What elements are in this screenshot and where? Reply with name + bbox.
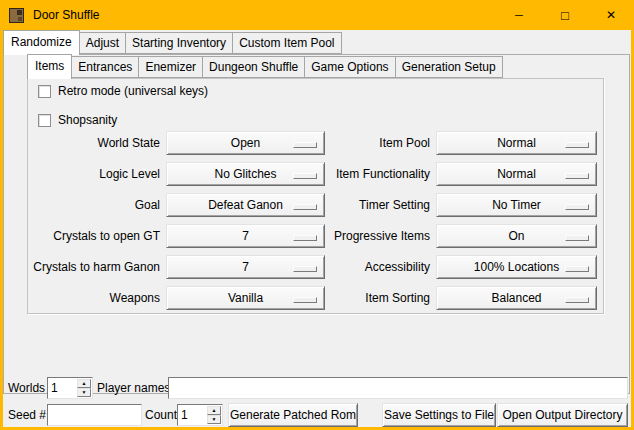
tab-enemizer[interactable]: Enemizer bbox=[139, 56, 203, 78]
minimize-button[interactable]: ─ bbox=[496, 0, 542, 30]
crystals-harm-ganon-label: Crystals to harm Ganon bbox=[27, 255, 160, 279]
close-icon: ✕ bbox=[606, 8, 616, 22]
item-pool-dropdown[interactable]: Normal bbox=[436, 131, 597, 155]
tab-custom-item-pool[interactable]: Custom Item Pool bbox=[233, 32, 341, 54]
tab-randomize[interactable]: Randomize bbox=[3, 30, 80, 55]
spin-up-icon[interactable]: ▲ bbox=[207, 406, 221, 415]
seed-label: Seed # bbox=[8, 404, 46, 426]
main-tab-bar: Randomize Adjust Starting Inventory Cust… bbox=[3, 32, 342, 55]
world-state-label: World State bbox=[27, 131, 160, 155]
app-window: Door Shuffle ─ □ ✕ Randomize Adjust Star… bbox=[0, 0, 634, 430]
dropdown-indicator-icon bbox=[565, 266, 589, 272]
seed-input[interactable] bbox=[47, 404, 142, 426]
tab-entrances[interactable]: Entrances bbox=[72, 56, 139, 78]
goal-label: Goal bbox=[27, 193, 160, 217]
player-names-input[interactable] bbox=[168, 377, 628, 399]
dropdown-indicator-icon bbox=[565, 204, 589, 210]
dropdown-indicator-icon bbox=[565, 142, 589, 148]
item-functionality-label: Item Functionality bbox=[299, 162, 430, 186]
weapons-label: Weapons bbox=[27, 286, 160, 310]
title-bar: Door Shuffle ─ □ ✕ bbox=[0, 0, 634, 30]
tab-game-options[interactable]: Game Options bbox=[305, 56, 395, 78]
close-button[interactable]: ✕ bbox=[588, 0, 634, 30]
maximize-icon: □ bbox=[561, 8, 569, 23]
progressive-items-dropdown[interactable]: On bbox=[436, 224, 597, 248]
shopsanity-label: Shopsanity bbox=[58, 113, 117, 127]
save-settings-button[interactable]: Save Settings to File bbox=[382, 403, 496, 427]
app-icon bbox=[9, 8, 24, 23]
spin-down-icon[interactable]: ▼ bbox=[77, 388, 91, 397]
tab-items[interactable]: Items bbox=[27, 54, 72, 79]
spin-up-icon[interactable]: ▲ bbox=[77, 379, 91, 388]
item-sorting-label: Item Sorting bbox=[299, 286, 430, 310]
worlds-spinbox: ▲ ▼ bbox=[47, 377, 93, 399]
accessibility-dropdown[interactable]: 100% Locations bbox=[436, 255, 597, 279]
count-input[interactable] bbox=[178, 405, 209, 425]
dropdown-indicator-icon bbox=[565, 297, 589, 303]
window-title: Door Shuffle bbox=[33, 8, 100, 22]
crystals-open-gt-label: Crystals to open GT bbox=[27, 224, 160, 248]
shopsanity-checkbox-row: Shopsanity bbox=[38, 113, 117, 127]
tab-starting-inventory[interactable]: Starting Inventory bbox=[126, 32, 233, 54]
retro-mode-checkbox[interactable] bbox=[38, 85, 51, 98]
player-names-label: Player names bbox=[97, 377, 170, 399]
item-pool-label: Item Pool bbox=[299, 131, 430, 155]
generate-patched-rom-button[interactable]: Generate Patched Rom bbox=[228, 403, 358, 427]
tab-dungeon-shuffle[interactable]: Dungeon Shuffle bbox=[203, 56, 305, 78]
item-sorting-dropdown[interactable]: Balanced bbox=[436, 286, 597, 310]
worlds-label: Worlds bbox=[8, 377, 45, 399]
accessibility-label: Accessibility bbox=[299, 255, 430, 279]
worlds-spin-buttons: ▲ ▼ bbox=[77, 379, 91, 397]
shopsanity-checkbox[interactable] bbox=[38, 114, 51, 127]
dropdown-indicator-icon bbox=[565, 173, 589, 179]
sub-tab-bar: Items Entrances Enemizer Dungeon Shuffle… bbox=[27, 56, 503, 79]
minimize-icon: ─ bbox=[515, 9, 523, 21]
maximize-button[interactable]: □ bbox=[542, 0, 588, 30]
timer-setting-label: Timer Setting bbox=[299, 193, 430, 217]
count-spin-buttons: ▲ ▼ bbox=[207, 406, 221, 424]
window-controls: ─ □ ✕ bbox=[496, 0, 634, 30]
open-output-directory-button[interactable]: Open Output Directory bbox=[497, 403, 628, 427]
dropdown-indicator-icon bbox=[565, 235, 589, 241]
count-label: Count bbox=[145, 404, 177, 426]
logic-level-label: Logic Level bbox=[27, 162, 160, 186]
tab-generation-setup[interactable]: Generation Setup bbox=[396, 56, 503, 78]
worlds-input[interactable] bbox=[48, 378, 79, 398]
app-icon-detail bbox=[18, 17, 22, 21]
app-icon-detail bbox=[17, 10, 22, 15]
retro-mode-checkbox-row: Retro mode (universal keys) bbox=[38, 84, 208, 98]
client-area: Randomize Adjust Starting Inventory Cust… bbox=[3, 30, 631, 427]
retro-mode-label: Retro mode (universal keys) bbox=[58, 84, 208, 98]
tab-adjust[interactable]: Adjust bbox=[80, 32, 126, 54]
count-spinbox: ▲ ▼ bbox=[177, 404, 223, 426]
spin-down-icon[interactable]: ▼ bbox=[207, 415, 221, 424]
item-functionality-dropdown[interactable]: Normal bbox=[436, 162, 597, 186]
timer-setting-dropdown[interactable]: No Timer bbox=[436, 193, 597, 217]
progressive-items-label: Progressive Items bbox=[299, 224, 430, 248]
